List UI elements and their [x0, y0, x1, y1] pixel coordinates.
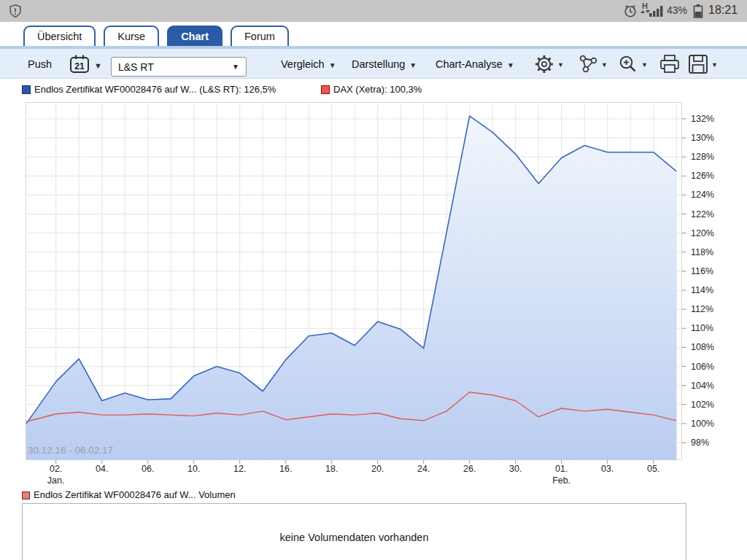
chart-toolbar: Push 21 ▼ L&S RT ▼ Vergleich▼ Darstellun…	[0, 49, 747, 79]
chart-analyse-dropdown[interactable]: Chart-Analyse▼	[436, 58, 514, 70]
series2-legend-swatch	[321, 85, 330, 94]
tab-forum[interactable]: Forum	[231, 26, 289, 46]
y-axis-label: 132%	[691, 114, 727, 124]
network-mode-label: H	[640, 2, 650, 10]
x-axis-month-label: Feb.	[546, 475, 578, 486]
series2-legend-label: DAX (Xetra): 100,3%	[333, 84, 422, 95]
x-axis-label: 16.	[270, 464, 302, 474]
series1-legend-label: Endlos Zertifikat WF00028476 auf W... (L…	[34, 84, 276, 95]
price-area	[26, 116, 676, 460]
volume-legend-swatch	[22, 491, 30, 499]
chevron-down-icon: ▼	[329, 61, 336, 69]
y-axis-label: 124%	[691, 190, 727, 200]
x-axis-label: 18.	[316, 464, 348, 474]
y-axis-label: 112%	[691, 304, 727, 314]
network-arrows-icon	[640, 10, 650, 13]
app-screen: H 43% 18:21 Übersicht Kurse Chart Forum …	[0, 0, 747, 560]
y-axis-label: 98%	[691, 438, 727, 448]
x-axis-month-label: Jan.	[40, 475, 72, 486]
tab-row: Übersicht Kurse Chart Forum + Depot Kauf…	[0, 22, 747, 46]
calendar-caret-icon[interactable]: ▼	[94, 61, 102, 70]
y-axis-label: 104%	[691, 381, 727, 391]
zoom-in-icon[interactable]	[617, 53, 639, 75]
select-caret-icon: ▼	[232, 63, 239, 71]
y-axis-label: 100%	[691, 419, 727, 429]
tab-chart[interactable]: Chart	[167, 26, 222, 46]
date-range-watermark: 30.12.16 - 06.02.17	[28, 445, 113, 456]
x-axis-label: 20.	[362, 464, 394, 474]
x-axis-label: 26.	[454, 464, 486, 474]
battery-percent: 43%	[667, 4, 687, 16]
shield-exclamation-icon	[7, 3, 23, 19]
price-chart[interactable]: 98%100%102%104%106%108%110%112%114%116%1…	[26, 102, 747, 496]
y-axis-label: 102%	[691, 400, 727, 410]
x-axis-label: 02.	[40, 464, 72, 474]
exchange-select[interactable]: L&S RT ▼	[111, 57, 247, 77]
exchange-select-value: L&S RT	[118, 61, 154, 73]
gear-caret-icon[interactable]: ▼	[557, 61, 564, 69]
x-axis-label: 24.	[408, 464, 440, 474]
svg-text:21: 21	[74, 61, 85, 71]
calendar-icon[interactable]: 21	[68, 53, 91, 75]
x-axis-label: 12.	[224, 464, 256, 474]
x-axis-label: 03.	[592, 464, 624, 474]
x-axis-label: 04.	[86, 464, 118, 474]
tab-strip: Übersicht Kurse Chart Forum	[23, 26, 289, 46]
zoom-caret-icon[interactable]: ▼	[641, 61, 648, 69]
settings-gear-icon[interactable]	[533, 53, 555, 75]
y-axis-label: 130%	[691, 133, 727, 143]
y-axis-label: 114%	[691, 285, 727, 295]
push-toggle[interactable]: Push	[28, 58, 52, 70]
x-axis-label: 01.	[546, 464, 578, 474]
signal-bars-icon	[649, 5, 664, 17]
volume-panel: keine Volumendaten vorhanden	[22, 503, 686, 560]
x-axis-label: 05.	[638, 464, 670, 474]
save-caret-icon[interactable]: ▼	[711, 61, 718, 69]
y-axis-label: 122%	[691, 209, 727, 219]
darstellung-dropdown[interactable]: Darstellung▼	[352, 58, 417, 70]
battery-icon	[693, 4, 703, 18]
y-axis-label: 120%	[691, 228, 727, 238]
print-icon[interactable]	[658, 53, 681, 75]
y-axis-label: 116%	[691, 266, 727, 276]
network-mode-indicator: H	[640, 2, 650, 13]
series1-legend-swatch	[22, 85, 31, 94]
vergleich-dropdown[interactable]: Vergleich▼	[281, 58, 336, 70]
chevron-down-icon: ▼	[409, 61, 417, 69]
x-axis-label: 30.	[500, 464, 532, 474]
x-axis-label: 10.	[178, 464, 210, 474]
y-axis-label: 126%	[691, 171, 727, 181]
x-axis-label: 06.	[132, 464, 164, 474]
volume-empty-message: keine Volumendaten vorhanden	[23, 532, 686, 543]
tab-kurse[interactable]: Kurse	[104, 26, 159, 46]
y-axis-label: 106%	[691, 362, 727, 372]
y-axis-label: 108%	[691, 342, 727, 352]
nodes-caret-icon[interactable]: ▼	[601, 61, 608, 69]
tab-uebersicht[interactable]: Übersicht	[23, 26, 96, 46]
indicators-nodes-icon[interactable]	[577, 53, 599, 75]
save-icon[interactable]	[686, 53, 710, 75]
y-axis-label: 128%	[691, 152, 727, 162]
chart-canvas[interactable]	[26, 102, 729, 467]
y-axis-label: 110%	[691, 323, 727, 333]
android-status-bar: H 43% 18:21	[0, 0, 747, 22]
volume-legend-label: Endlos Zertifikat WF00028476 auf W... Vo…	[34, 489, 236, 500]
y-axis-label: 118%	[691, 247, 727, 257]
alarm-clock-icon	[622, 3, 638, 19]
chevron-down-icon: ▼	[507, 61, 514, 69]
clock-time: 18:21	[708, 4, 738, 17]
